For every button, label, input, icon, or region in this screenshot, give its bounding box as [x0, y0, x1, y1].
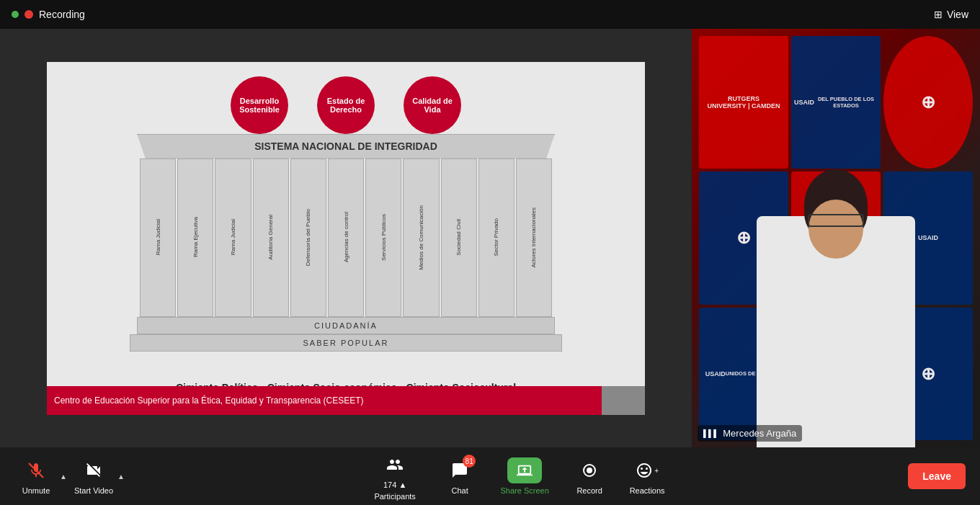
reactions-button[interactable]: + Reactions	[625, 457, 669, 495]
record-label: Record	[576, 486, 602, 495]
participants-group[interactable]: 174 ▲ Participants	[366, 452, 424, 501]
person-face	[808, 200, 863, 259]
toolbar-right: Leave	[908, 463, 966, 489]
share-screen-label: Share Screen	[501, 486, 549, 495]
temple-wrapper: SISTEMA NACIONAL DE INTEGRIDAD PILARES I…	[83, 134, 609, 372]
record-icon	[576, 457, 602, 483]
column-4: Auditoría General	[253, 158, 289, 317]
view-label: View	[947, 9, 968, 20]
participants-label: Participants	[374, 492, 415, 501]
leave-button[interactable]: Leave	[908, 463, 966, 489]
slide-area: Desarrollo Sostenible Estado de Derecho …	[0, 29, 692, 447]
video-group[interactable]: Start Video ▲	[72, 457, 127, 495]
column-11: Actores Internacionales	[516, 158, 552, 317]
slide-red-bar-text: Centro de Educación Superior para la Éti…	[54, 395, 364, 406]
chat-icon: 81	[447, 457, 473, 483]
unmute-button[interactable]: Unmute	[14, 457, 58, 495]
webcam-video: RUTGERSUNIVERSITY | CAMDEN USAIDDEL PUEB…	[692, 29, 980, 447]
temple-roof: SISTEMA NACIONAL DE INTEGRIDAD	[137, 134, 555, 158]
column-6: Agencias de control	[328, 158, 364, 317]
unmute-group[interactable]: Unmute ▲	[14, 457, 69, 495]
video-icon	[81, 457, 107, 483]
column-5: Defensoría del Pueblo	[290, 158, 326, 317]
webcam-name-bar: ▌▌▌ Mercedes Argaña	[698, 425, 802, 442]
share-screen-button[interactable]: Share Screen	[496, 457, 553, 495]
column-2: Rama Ejecutiva	[177, 158, 213, 317]
emoji-icon	[636, 462, 653, 479]
toolbar-left: Unmute ▲ Start Video ▲	[14, 457, 127, 495]
temple-base-mid: SABER POPULAR	[130, 334, 562, 352]
top-bar: Recording ⊞ View	[0, 0, 980, 29]
participants-button[interactable]: 174 ▲ Participants	[366, 452, 424, 501]
svg-point-2	[587, 468, 592, 473]
person-glasses	[808, 214, 864, 227]
reactions-plus: +	[654, 467, 659, 475]
column-10: Sector Privado	[478, 158, 514, 317]
reactions-label: Reactions	[630, 486, 665, 495]
column-9: Sociedad Civil	[441, 158, 477, 317]
chat-label: Chat	[452, 486, 468, 495]
column-7: Servicios Públicos	[365, 158, 401, 317]
chat-button[interactable]: 81 Chat	[438, 457, 481, 495]
chat-badge: 81	[463, 455, 476, 468]
webcam-panel: RUTGERSUNIVERSITY | CAMDEN USAIDDEL PUEB…	[692, 29, 980, 447]
screen-share-icon	[517, 462, 533, 478]
person-container	[742, 91, 930, 447]
circle-calidad: Calidad de Vida	[404, 76, 461, 134]
start-video-button[interactable]: Start Video	[72, 457, 115, 495]
webcam-name: Mercedes Argaña	[723, 428, 796, 439]
top-circles: Desarrollo Sostenible Estado de Derecho …	[231, 76, 461, 134]
status-dot	[12, 11, 19, 18]
participants-icon	[382, 452, 408, 478]
slide-red-bar: Centro de Educación Superior para la Éti…	[47, 386, 645, 415]
recording-dot	[24, 10, 33, 19]
signal-icon: ▌▌▌	[703, 429, 718, 437]
temple-base-top: CIUDADANÍA	[137, 317, 555, 334]
view-icon: ⊞	[934, 9, 943, 20]
column-1: Rama Judicial	[140, 158, 176, 317]
circle-estado: Estado de Derecho	[317, 76, 375, 134]
columns-container: Rama Judicial Rama Ejecutiva Rama Judici…	[137, 158, 555, 317]
toolbar-center: 174 ▲ Participants 81 Chat	[366, 452, 669, 501]
record-circle-icon	[581, 462, 598, 479]
people-icon	[386, 456, 404, 473]
unmute-icon	[23, 457, 49, 483]
unmute-label: Unmute	[22, 486, 50, 495]
participants-count: 174 ▲	[383, 481, 406, 489]
start-video-label: Start Video	[74, 486, 113, 495]
bottom-toolbar: Unmute ▲ Start Video ▲	[0, 447, 980, 505]
column-3: Rama Judicial	[215, 158, 251, 317]
top-bar-left: Recording	[12, 9, 85, 20]
top-bar-right: ⊞ View	[934, 9, 968, 20]
unmute-chevron[interactable]: ▲	[58, 463, 69, 489]
temple-body: PILARES INSTITUCIONALES Rama Judicial Ra…	[137, 158, 555, 317]
mic-slash-icon	[27, 462, 45, 479]
share-screen-icon	[507, 457, 542, 483]
main-content: Desarrollo Sostenible Estado de Derecho …	[0, 29, 980, 447]
slide-red-bar-end	[602, 386, 645, 415]
reactions-icon: +	[634, 457, 660, 483]
column-8: Medios de Comunicación	[403, 158, 439, 317]
video-chevron[interactable]: ▲	[115, 463, 127, 489]
circle-desarrollo: Desarrollo Sostenible	[231, 76, 288, 134]
recording-label: Recording	[39, 9, 85, 20]
record-button[interactable]: Record	[568, 457, 611, 495]
slide-container: Desarrollo Sostenible Estado de Derecho …	[47, 62, 645, 415]
video-camera-slash-icon	[85, 462, 102, 479]
